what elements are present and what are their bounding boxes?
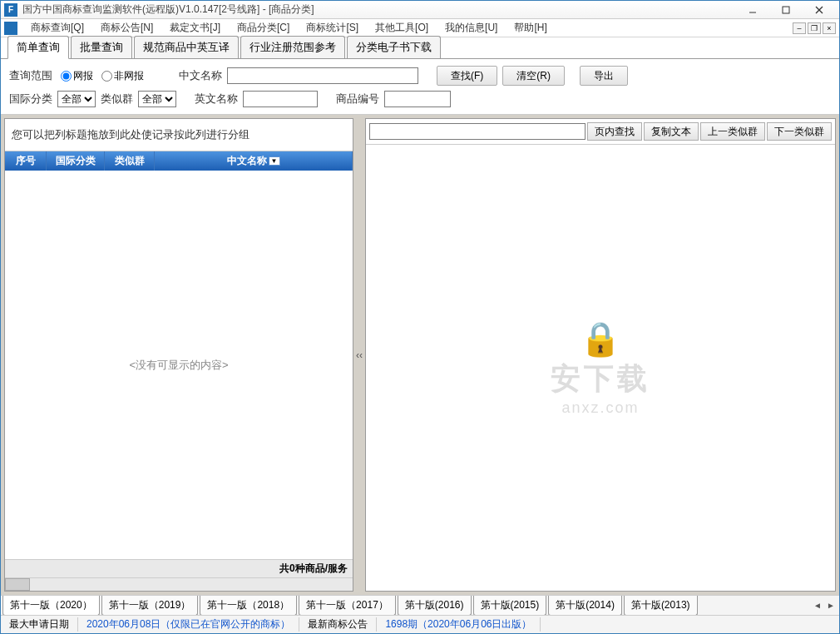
tab-translate[interactable]: 规范商品中英互译 xyxy=(134,36,239,58)
filter-row-1: 查询范围 网报 非网报 中文名称 查找(F) 清空(R) 导出 xyxy=(9,66,831,86)
window-buttons xyxy=(736,2,836,18)
cn-name-input[interactable] xyxy=(227,67,418,84)
col-intl-class[interactable]: 国际分类 xyxy=(47,151,105,171)
maximize-icon xyxy=(782,6,790,14)
scroll-thumb[interactable] xyxy=(5,578,30,591)
status-latest-label: 最新商标公告 xyxy=(299,617,377,632)
close-icon xyxy=(815,6,823,14)
tab-simple-query[interactable]: 简单查询 xyxy=(7,36,69,59)
column-dropdown-icon[interactable]: ▼ xyxy=(269,156,280,166)
grid-hscroll[interactable] xyxy=(5,577,353,591)
menu-announcement[interactable]: 商标公告[N] xyxy=(92,19,161,37)
detail-toolbar: 页内查找 复制文本 上一类似群 下一类似群 xyxy=(366,119,835,145)
col-similar-group[interactable]: 类似群 xyxy=(105,151,155,171)
search-button[interactable]: 查找(F) xyxy=(437,66,497,86)
app-icon: F xyxy=(4,3,17,17)
window-title: 国方中国商标查询监测软件(远程版)V1.0.147[2号线路] - [商品分类] xyxy=(22,2,736,17)
svg-rect-1 xyxy=(783,7,789,13)
mdi-buttons: – ❐ × xyxy=(793,22,836,34)
grid-header: 序号 国际分类 类似群 中文名称 ▼ xyxy=(5,151,353,171)
menu-statistics[interactable]: 商标统计[S] xyxy=(298,19,367,37)
intl-class-label: 国际分类 xyxy=(9,92,52,106)
grid-empty-text: <没有可显示的内容> xyxy=(129,358,228,373)
filter-bar: 查询范围 网报 非网报 中文名称 查找(F) 清空(R) 导出 国际分类 全部 … xyxy=(1,59,839,115)
detail-panel: 页内查找 复制文本 上一类似群 下一类似群 🔒 安下载 anxz.com xyxy=(365,118,836,592)
grid-footer: 共0种商品/服务 xyxy=(5,559,353,577)
vtab-2014[interactable]: 第十版(2014) xyxy=(548,596,622,616)
vtab-2013[interactable]: 第十版(2013) xyxy=(624,596,698,616)
col-cn-name[interactable]: 中文名称 ▼ xyxy=(155,151,353,171)
tab-batch-query[interactable]: 批量查询 xyxy=(71,36,132,58)
vtab-2018[interactable]: 第十一版（2018） xyxy=(200,596,297,616)
intl-class-select[interactable]: 全部 xyxy=(57,91,96,107)
goods-code-label: 商品编号 xyxy=(336,92,379,106)
export-button[interactable]: 导出 xyxy=(580,66,628,86)
next-group-button[interactable]: 下一类似群 xyxy=(767,122,832,141)
vtab-2020[interactable]: 第十一版（2020） xyxy=(2,596,100,616)
vtab-2019[interactable]: 第十一版（2019） xyxy=(101,596,199,616)
version-tabs: 第十一版（2020） 第十一版（2019） 第十一版（2018） 第十一版（20… xyxy=(1,595,839,615)
menu-ruling[interactable]: 裁定文书[J] xyxy=(161,19,229,37)
close-button[interactable] xyxy=(803,2,836,18)
detail-content: 🔒 安下载 anxz.com xyxy=(366,145,835,591)
prev-group-button[interactable]: 上一类似群 xyxy=(700,122,765,141)
work-area: 您可以把列标题拖放到此处使记录按此列进行分组 序号 国际分类 类似群 中文名称 … xyxy=(1,115,839,595)
status-latest-value: 1698期（2020年06月06日出版） xyxy=(377,617,541,632)
mdi-minimize-button[interactable]: – xyxy=(793,22,806,34)
scope-label: 查询范围 xyxy=(9,68,52,83)
grid-body: <没有可显示的内容> xyxy=(5,171,353,559)
vtab-scroll-left[interactable]: ◄ xyxy=(811,601,824,610)
menu-tools[interactable]: 其他工具[O] xyxy=(367,19,437,37)
vtab-scroll-right[interactable]: ► xyxy=(824,601,838,610)
menu-myinfo[interactable]: 我的信息[U] xyxy=(437,19,506,37)
goods-code-input[interactable] xyxy=(384,91,451,107)
minimize-button[interactable] xyxy=(736,2,769,18)
radio-web[interactable] xyxy=(61,71,72,82)
page-find-button[interactable]: 页内查找 xyxy=(587,122,642,141)
vtab-2015[interactable]: 第十版(2015) xyxy=(473,596,547,616)
menu-classification[interactable]: 商品分类[C] xyxy=(229,19,298,37)
tab-industry-ref[interactable]: 行业注册范围参考 xyxy=(240,36,345,58)
col-seq[interactable]: 序号 xyxy=(5,151,47,171)
titlebar: F 国方中国商标查询监测软件(远程版)V1.0.147[2号线路] - [商品分… xyxy=(1,1,839,19)
mdi-close-button[interactable]: × xyxy=(823,22,836,34)
tab-ebook-download[interactable]: 分类电子书下载 xyxy=(347,36,441,58)
filter-row-2: 国际分类 全部 类似群 全部 英文名称 商品编号 xyxy=(9,91,831,107)
radio-nonweb-label[interactable]: 非网报 xyxy=(98,69,144,83)
similar-group-select[interactable]: 全部 xyxy=(138,91,176,107)
menu-query[interactable]: 商标查询[Q] xyxy=(22,19,92,37)
radio-web-label[interactable]: 网报 xyxy=(57,69,93,83)
page-find-input[interactable] xyxy=(369,123,586,140)
mdi-icon xyxy=(4,22,17,35)
copy-text-button[interactable]: 复制文本 xyxy=(644,122,699,141)
radio-nonweb[interactable] xyxy=(101,71,112,82)
mdi-restore-button[interactable]: ❐ xyxy=(808,22,821,34)
app-window: F 国方中国商标查询监测软件(远程版)V1.0.147[2号线路] - [商品分… xyxy=(0,0,840,634)
vtab-2017[interactable]: 第十一版（2017） xyxy=(299,596,396,616)
status-maxdate-value: 2020年06月08日（仅限已在官网公开的商标） xyxy=(78,617,299,632)
status-maxdate-label: 最大申请日期 xyxy=(1,617,78,632)
statusbar: 最大申请日期 2020年06月08日（仅限已在官网公开的商标） 最新商标公告 1… xyxy=(1,615,839,633)
en-name-label: 英文名称 xyxy=(195,92,238,106)
minimize-icon xyxy=(749,6,757,14)
lock-icon: 🔒 xyxy=(551,319,650,359)
maximize-button[interactable] xyxy=(769,2,803,18)
menu-help[interactable]: 帮助[H] xyxy=(506,19,555,37)
splitter[interactable]: ‹‹ xyxy=(353,118,365,592)
group-hint: 您可以把列标题拖放到此处使记录按此列进行分组 xyxy=(5,119,353,151)
grid-panel: 您可以把列标题拖放到此处使记录按此列进行分组 序号 国际分类 类似群 中文名称 … xyxy=(4,118,353,592)
watermark: 🔒 安下载 anxz.com xyxy=(551,319,650,417)
cn-name-label: 中文名称 xyxy=(179,68,222,83)
vtab-2016[interactable]: 第十版(2016) xyxy=(398,596,472,616)
clear-button[interactable]: 清空(R) xyxy=(502,66,565,86)
menubar: 商标查询[Q] 商标公告[N] 裁定文书[J] 商品分类[C] 商标统计[S] … xyxy=(1,19,839,37)
en-name-input[interactable] xyxy=(243,91,318,107)
subtab-strip: 简单查询 批量查询 规范商品中英互译 行业注册范围参考 分类电子书下载 xyxy=(1,37,839,59)
similar-group-label: 类似群 xyxy=(101,92,133,106)
